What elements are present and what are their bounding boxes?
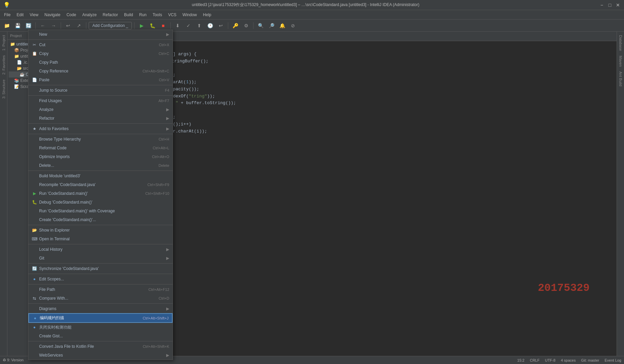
- close-button[interactable]: ✕: [615, 2, 621, 8]
- left-tab-project[interactable]: 1: Project: [1, 33, 6, 53]
- minimize-button[interactable]: −: [599, 2, 604, 8]
- ctx-find-usages[interactable]: Find Usages Alt+F7: [28, 96, 173, 105]
- ctx-copy-reference[interactable]: Copy Reference Ctrl+Alt+Shift+C: [28, 67, 173, 75]
- status-vcs[interactable]: ♻ 9: Version: [3, 358, 24, 362]
- toolbar-vcs-commit[interactable]: ✓: [184, 21, 193, 30]
- status-line[interactable]: 15:2: [517, 358, 524, 362]
- ctx-reformat[interactable]: Reformat Code Ctrl+Alt+L: [28, 144, 173, 152]
- toolbar-settings[interactable]: ⚙: [241, 21, 251, 30]
- ctx-cut[interactable]: ✂ Cut Ctrl+X: [28, 40, 173, 49]
- ctx-paste[interactable]: 📄 Paste Ctrl+V: [28, 75, 173, 84]
- ctx-refactor[interactable]: Refactor ▶: [28, 114, 173, 123]
- ctx-build-module[interactable]: Build Module 'untitled3': [28, 172, 173, 180]
- toolbar-project-icon[interactable]: 📁: [2, 21, 11, 30]
- toolbar-no-notifications[interactable]: ⊘: [288, 21, 298, 30]
- toolbar-rollback[interactable]: ↩: [216, 21, 226, 30]
- toolbar-save-icon[interactable]: 💾: [13, 21, 22, 30]
- status-indent[interactable]: 4 spaces: [561, 358, 576, 362]
- ctx-create-run[interactable]: Create 'CodeStandard.main()'...: [28, 215, 173, 224]
- toolbar-debug-button[interactable]: 🐛: [148, 21, 157, 30]
- menu-file[interactable]: File: [1, 11, 13, 18]
- ctx-edit-scopes[interactable]: ● Edit Scopes...: [28, 275, 173, 283]
- toolbar-notifications[interactable]: 🔔: [277, 21, 287, 30]
- toolbar-vcs-update[interactable]: ⬇: [173, 21, 182, 30]
- menu-edit[interactable]: Edit: [14, 11, 26, 18]
- menu-navigate[interactable]: Navigate: [42, 11, 63, 18]
- ctx-run-coverage[interactable]: Run 'CodeStandard.main()' with Coverage: [28, 207, 173, 215]
- ctx-debug[interactable]: 🐛 Debug 'CodeStandard.main()': [28, 198, 173, 207]
- ctx-open-terminal[interactable]: ⌨ Open in Terminal: [28, 235, 173, 243]
- menu-window[interactable]: Window: [180, 11, 200, 18]
- menu-build[interactable]: Build: [121, 11, 136, 18]
- menu-code[interactable]: Code: [64, 11, 79, 18]
- ctx-compare-with[interactable]: ⇆ Compare With... Ctrl+D: [28, 294, 173, 303]
- ctx-file-path[interactable]: File Path Ctrl+Alt+F12: [28, 285, 173, 294]
- ctx-copy-path[interactable]: Copy Path: [28, 58, 173, 67]
- left-tab-favorites[interactable]: 2: Favorites: [1, 53, 6, 77]
- menu-analyze[interactable]: Analyze: [80, 11, 99, 18]
- ctx-create-icon: [32, 217, 37, 222]
- ctx-run[interactable]: ▶ Run 'CodeStandard.main()' Ctrl+Shift+F…: [28, 189, 173, 198]
- right-tab-ant[interactable]: Ant Build: [618, 69, 623, 88]
- ctx-jump-source[interactable]: Jump to Source F4: [28, 86, 173, 95]
- left-tab-structure[interactable]: 3: Structure: [1, 78, 6, 101]
- toolbar-revert-icon[interactable]: ↩: [63, 21, 73, 30]
- status-branch[interactable]: Git: master: [581, 358, 599, 362]
- ctx-diagrams[interactable]: Diagrams ▶: [28, 304, 173, 313]
- context-menu: New ▶ ✂ Cut Ctrl+X 📋 Copy Ctrl+C Copy Pa…: [28, 30, 173, 360]
- add-configuration-button[interactable]: Add Configuration _: [89, 22, 132, 29]
- menu-vcs[interactable]: VCS: [166, 11, 179, 18]
- toolbar-find-action[interactable]: 🔎: [267, 21, 276, 30]
- ctx-show-explorer[interactable]: 📂 Show in Explorer: [28, 226, 173, 235]
- toolbar-vcs-push[interactable]: ⬆: [195, 21, 204, 30]
- ctx-add-favorites[interactable]: ★ Add to Favorites ▶: [28, 124, 173, 133]
- menu-help[interactable]: Help: [200, 11, 214, 18]
- status-encoding[interactable]: UTF-8: [545, 358, 555, 362]
- ctx-sep-4: [28, 134, 173, 134]
- ctx-synchronize[interactable]: 🔄 Synchronize 'CodeStandard.java': [28, 264, 173, 273]
- ctx-recompile[interactable]: Recompile 'CodeStandard.java' Ctrl+Shift…: [28, 180, 173, 189]
- ctx-close-check[interactable]: ● 关闭实时检测功能: [28, 323, 173, 332]
- toolbar-keymap[interactable]: 🔑: [231, 21, 240, 30]
- ctx-history-icon: [32, 247, 37, 252]
- ctx-sep-9: [28, 274, 173, 274]
- ctx-git[interactable]: Git ▶: [28, 254, 173, 263]
- ctx-webservices[interactable]: WebServices ▶: [28, 351, 173, 360]
- sidebar-title: Project: [10, 34, 22, 38]
- status-right: 15:2 CRLF UTF-8 4 spaces Git: master Eve…: [517, 358, 621, 362]
- menu-tools[interactable]: Tools: [150, 11, 165, 18]
- toolbar-history[interactable]: 🕐: [205, 21, 215, 30]
- toolbar-sync-icon[interactable]: 🔄: [24, 21, 33, 30]
- maximize-button[interactable]: □: [607, 2, 613, 8]
- status-line-ending[interactable]: CRLF: [530, 358, 540, 362]
- ctx-local-history[interactable]: Local History ▶: [28, 245, 173, 254]
- toolbar-search[interactable]: 🔍: [256, 21, 265, 30]
- ctx-webservices-icon: [32, 353, 37, 358]
- menu-bar: File Edit View Navigate Code Analyze Ref…: [0, 10, 624, 20]
- ctx-optimize[interactable]: Optimize Imports Ctrl+Alt+O: [28, 152, 173, 161]
- ctx-git-icon: [32, 255, 37, 261]
- ctx-build-icon: [32, 173, 37, 179]
- menu-view[interactable]: View: [27, 11, 41, 18]
- ctx-delete[interactable]: Delete... Delete: [28, 161, 173, 170]
- ctx-analyze[interactable]: Analyze ▶: [28, 105, 173, 114]
- toolbar-stop-button[interactable]: ■: [158, 21, 168, 30]
- ctx-new[interactable]: New ▶: [28, 30, 173, 39]
- ctx-copy[interactable]: 📋 Copy Ctrl+C: [28, 49, 173, 58]
- menu-run[interactable]: Run: [137, 11, 149, 18]
- toolbar-external-icon[interactable]: ↗: [74, 21, 84, 30]
- right-tab-database[interactable]: Database: [618, 33, 623, 53]
- toolbar-forward-icon[interactable]: →: [49, 21, 58, 30]
- ctx-terminal-icon: ⌨: [32, 236, 37, 242]
- ctx-browse-hierarchy[interactable]: Browse Type Hierarchy Ctrl+H: [28, 135, 173, 144]
- ctx-code-scan[interactable]: ● 编码规约扫描 Ctrl+Alt+Shift+J: [28, 313, 173, 323]
- ctx-convert-kotlin[interactable]: Convert Java File to Kotlin File Ctrl+Al…: [28, 342, 173, 351]
- toolbar-run-button[interactable]: ▶: [137, 21, 146, 30]
- status-event-log[interactable]: Event Log: [604, 358, 621, 362]
- scratches-icon: 📝: [14, 84, 19, 89]
- toolbar-separator-4: [134, 22, 135, 29]
- menu-refactor[interactable]: Refactor: [100, 11, 121, 18]
- ctx-create-gist[interactable]: Create Gist...: [28, 332, 173, 340]
- right-tab-maven[interactable]: Maven: [618, 54, 623, 69]
- toolbar-back-icon[interactable]: ←: [38, 21, 48, 30]
